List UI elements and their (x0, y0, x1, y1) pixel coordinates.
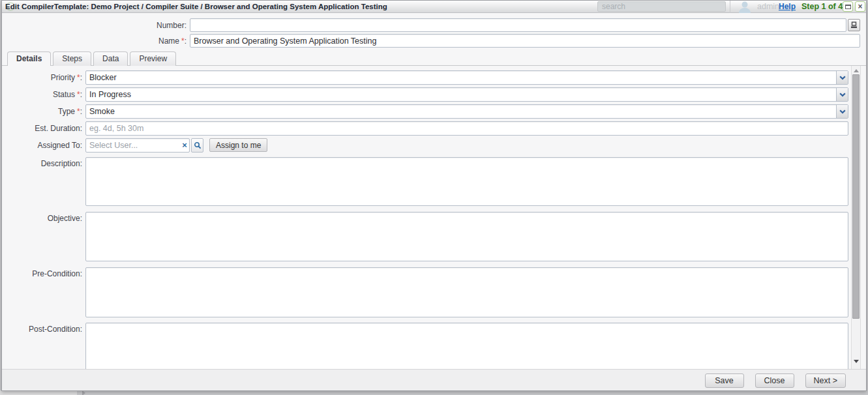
user-avatar-icon (736, 1, 754, 13)
est-duration-input[interactable] (86, 122, 848, 135)
post-condition-textarea[interactable] (85, 323, 848, 369)
description-textarea[interactable] (85, 157, 848, 206)
background-panel-fragment (0, 390, 77, 395)
user-search-button[interactable] (191, 138, 203, 153)
est-duration-label: Est. Duration: (2, 124, 85, 133)
help-link[interactable]: Help (779, 1, 796, 13)
status-combobox (85, 87, 848, 102)
assigned-to-combobox: × (85, 138, 190, 153)
assign-to-me-button[interactable]: Assign to me (209, 138, 267, 152)
wizard-step-indicator: Step 1 of 4 (801, 1, 843, 13)
objective-textarea[interactable] (85, 212, 848, 261)
edit-compiler-template-dialog: Edit CompilerTemplate: Demo Project / Co… (1, 0, 867, 391)
header-form: Number: Name*: (2, 13, 866, 48)
number-row: Number: (2, 18, 860, 32)
type-dropdown-button[interactable] (836, 105, 848, 118)
scroll-down-icon[interactable] (854, 360, 859, 363)
assigned-to-row: Assigned To: × Assign to me (2, 138, 848, 153)
maximize-button[interactable] (843, 1, 853, 12)
background-username: admin (757, 1, 779, 13)
tab-details[interactable]: Details (7, 51, 51, 66)
description-label: Description: (2, 157, 85, 168)
number-label: Number: (2, 21, 190, 30)
status-row: Status*: (2, 87, 848, 102)
priority-input[interactable] (86, 71, 836, 84)
priority-combobox (85, 70, 848, 85)
priority-row: Priority*: (2, 70, 848, 85)
pre-condition-row: Pre-Condition: (2, 267, 848, 317)
status-input[interactable] (86, 88, 836, 101)
name-label: Name*: (2, 37, 190, 46)
chevron-down-icon (839, 93, 846, 97)
dimmed-background: Edit CompilerTemplate: Demo Project / Co… (0, 0, 868, 395)
clear-user-icon[interactable]: × (180, 139, 189, 152)
panel-collapse-arrow-icon (82, 390, 85, 395)
status-dropdown-button[interactable] (836, 88, 848, 101)
type-row: Type*: (2, 104, 848, 119)
close-icon: × (858, 3, 862, 10)
maximize-icon (845, 5, 851, 9)
dialog-title: Edit CompilerTemplate: Demo Project / Co… (5, 1, 387, 13)
close-dialog-button[interactable]: Close (755, 373, 794, 388)
assigned-to-label: Assigned To: (2, 141, 85, 150)
objective-row: Objective: (2, 212, 848, 261)
tab-preview[interactable]: Preview (130, 51, 176, 66)
auto-number-button[interactable] (848, 19, 860, 31)
background-search-input: search (597, 1, 726, 12)
objective-label: Objective: (2, 212, 85, 223)
chevron-down-icon (839, 110, 846, 114)
search-icon (194, 141, 202, 149)
auto-number-icon (850, 22, 858, 29)
chevron-down-icon (839, 76, 846, 80)
close-button[interactable]: × (855, 1, 865, 12)
dialog-footer: Save Close Next > (2, 369, 866, 390)
number-input[interactable] (190, 20, 846, 32)
scrollbar-thumb[interactable] (852, 74, 860, 319)
priority-dropdown-button[interactable] (836, 71, 848, 84)
pre-condition-label: Pre-Condition: (2, 267, 85, 278)
scroll-up-icon[interactable] (854, 69, 859, 72)
panel-scrollbar[interactable] (851, 66, 861, 369)
dialog-titlebar: Edit CompilerTemplate: Demo Project / Co… (2, 1, 866, 13)
name-input[interactable] (190, 35, 860, 48)
background-header-divider (730, 1, 730, 13)
type-input[interactable] (86, 105, 836, 118)
priority-label: Priority*: (2, 73, 85, 82)
description-row: Description: (2, 157, 848, 206)
est-duration-row: Est. Duration: (2, 121, 848, 136)
details-tab-panel: Priority*: Status*: (2, 66, 866, 369)
type-combobox (85, 104, 848, 119)
next-button[interactable]: Next > (805, 373, 846, 388)
assigned-to-input[interactable] (86, 139, 180, 152)
type-label: Type*: (2, 107, 85, 116)
pre-condition-textarea[interactable] (85, 267, 848, 317)
post-condition-label: Post-Condition: (2, 323, 85, 334)
post-condition-row: Post-Condition: (2, 323, 848, 369)
name-row: Name*: (2, 34, 860, 48)
tab-steps[interactable]: Steps (53, 51, 91, 66)
status-label: Status*: (2, 90, 85, 99)
tab-bar: Details Steps Data Preview (2, 51, 866, 66)
save-button[interactable]: Save (705, 373, 744, 388)
tab-data[interactable]: Data (93, 51, 128, 66)
